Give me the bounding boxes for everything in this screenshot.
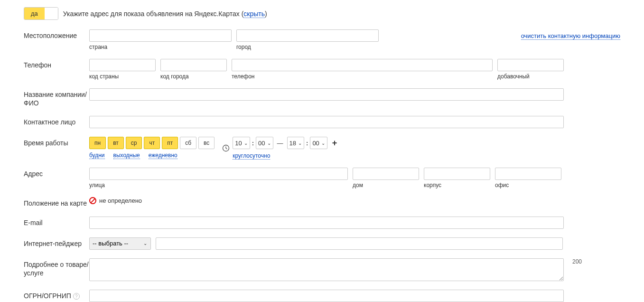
time-start-min[interactable]: 00⌄	[256, 137, 273, 149]
hide-link[interactable]: скрыть	[243, 10, 265, 18]
no-sign-icon	[89, 197, 96, 204]
yes-no-toggle[interactable]: да	[24, 7, 58, 20]
pager-label: Интернет-пейджер	[24, 237, 89, 248]
office-sublabel: офис	[495, 182, 561, 189]
day-sun[interactable]: вс	[198, 137, 215, 149]
toggle-no[interactable]	[45, 8, 58, 19]
street-sublabel: улица	[89, 182, 348, 189]
pager-input[interactable]	[156, 237, 563, 250]
chevron-down-icon: ⌄	[321, 141, 325, 146]
ogrn-input[interactable]	[89, 290, 564, 302]
details-label: Подробнее о товаре/услуге	[24, 258, 89, 277]
company-label: Название компании/ФИО	[24, 88, 89, 107]
contact-input[interactable]	[89, 116, 564, 128]
day-thu[interactable]: чт	[144, 137, 160, 149]
time-start-hour[interactable]: 10⌄	[233, 137, 250, 149]
country-sublabel: страна	[89, 44, 232, 50]
day-sat[interactable]: сб	[180, 137, 196, 149]
building-input[interactable]	[424, 168, 490, 180]
chevron-down-icon: ⌄	[244, 141, 248, 146]
ext-input[interactable]	[497, 59, 564, 71]
day-mon[interactable]: пн	[89, 137, 106, 149]
country-input[interactable]	[89, 29, 232, 42]
ext-sublabel: добавочный	[497, 73, 564, 80]
chevron-down-icon: ⌄	[267, 141, 271, 146]
phone-sublabel: телефон	[232, 73, 493, 80]
clear-contact-link[interactable]: очистить контактную информацию	[521, 32, 620, 40]
day-tue[interactable]: вт	[108, 137, 124, 149]
country-code-sublabel: код страны	[89, 73, 156, 80]
city-code-sublabel: код города	[160, 73, 227, 80]
ogrn-label: ОГРН/ОГРНИП?	[24, 290, 89, 300]
time-colon-2: :	[306, 140, 308, 147]
top-instruction: Укажите адрес для показа объявления на Я…	[63, 10, 267, 18]
time-dash: —	[277, 140, 283, 147]
time-colon: :	[252, 140, 254, 147]
country-code-input[interactable]	[89, 59, 156, 71]
quick-daily[interactable]: ежедневно	[149, 152, 177, 159]
street-input[interactable]	[89, 168, 348, 180]
pager-select[interactable]: -- выбрать --	[89, 237, 151, 250]
city-code-input[interactable]	[160, 59, 227, 71]
day-fri[interactable]: пт	[162, 137, 178, 149]
contact-label: Контактное лицо	[24, 116, 89, 126]
phone-number-input[interactable]	[232, 59, 493, 71]
quick-allday[interactable]: круглосуточно	[233, 152, 270, 160]
time-end-hour[interactable]: 18⌄	[287, 137, 304, 149]
address-label: Адрес	[24, 168, 89, 178]
toggle-yes[interactable]: да	[24, 8, 45, 19]
add-time-button[interactable]: +	[332, 138, 337, 148]
office-input[interactable]	[495, 168, 561, 180]
map-status-text: не определено	[99, 197, 142, 204]
map-pos-label: Положение на карте	[24, 197, 89, 208]
city-sublabel: город	[236, 44, 379, 50]
email-label: E-mail	[24, 217, 89, 227]
char-counter: 200	[572, 258, 582, 265]
house-input[interactable]	[353, 168, 419, 180]
chevron-down-icon: ⌄	[298, 141, 302, 146]
help-icon[interactable]: ?	[73, 293, 80, 300]
phone-label: Телефон	[24, 59, 89, 69]
location-label: Местоположение	[24, 29, 89, 40]
hours-label: Время работы	[24, 137, 89, 147]
quick-weekend[interactable]: выходные	[113, 152, 140, 159]
company-input[interactable]	[89, 88, 564, 101]
day-wed[interactable]: ср	[126, 137, 142, 149]
house-sublabel: дом	[353, 182, 419, 189]
building-sublabel: корпус	[424, 182, 490, 189]
clock-icon	[222, 144, 230, 152]
details-textarea[interactable]	[89, 258, 564, 281]
city-input[interactable]	[236, 29, 379, 42]
email-input[interactable]	[89, 217, 564, 229]
time-end-min[interactable]: 00⌄	[310, 137, 327, 149]
quick-weekdays[interactable]: будни	[89, 152, 105, 159]
